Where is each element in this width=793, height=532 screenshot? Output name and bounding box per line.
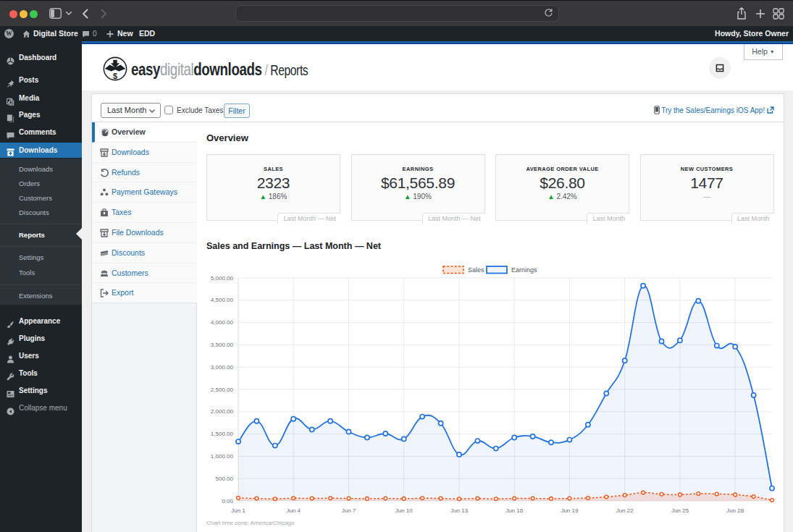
svg-text:Jun 22: Jun 22: [616, 507, 634, 514]
svg-text:1,500.00: 1,500.00: [211, 431, 234, 437]
svg-text:Jun 7: Jun 7: [342, 507, 356, 514]
svg-text:Sales: Sales: [468, 266, 484, 274]
svg-text:Jun 1: Jun 1: [231, 507, 246, 514]
svg-text:0.00: 0.00: [222, 498, 233, 504]
svg-text:5,000.00: 5,000.00: [211, 275, 234, 282]
svg-text:4,000.00: 4,000.00: [211, 319, 234, 326]
svg-text:Jun 4: Jun 4: [286, 507, 301, 514]
svg-text:Jun 13: Jun 13: [450, 507, 469, 514]
svg-text:Jun 28: Jun 28: [726, 507, 744, 514]
svg-text:Jun 19: Jun 19: [561, 507, 579, 514]
svg-text:Jun 16: Jun 16: [505, 507, 524, 514]
svg-text:4,500.00: 4,500.00: [211, 297, 234, 303]
svg-text:W: W: [6, 30, 12, 37]
svg-text:2,000.00: 2,000.00: [211, 408, 234, 415]
svg-text:$: $: [113, 72, 117, 80]
svg-text:Jun 25: Jun 25: [671, 507, 689, 514]
svg-text:3,500.00: 3,500.00: [211, 342, 234, 348]
svg-text:Chart time zone: America/Chica: Chart time zone: America/Chicago: [206, 520, 295, 526]
svg-text:500.00: 500.00: [216, 476, 234, 482]
svg-text:1,000.00: 1,000.00: [211, 453, 234, 460]
svg-text:Earnings: Earnings: [511, 266, 537, 274]
svg-text:Jun 10: Jun 10: [395, 507, 414, 514]
svg-text:3,000.00: 3,000.00: [211, 364, 234, 371]
svg-text:2,500.00: 2,500.00: [211, 387, 234, 393]
